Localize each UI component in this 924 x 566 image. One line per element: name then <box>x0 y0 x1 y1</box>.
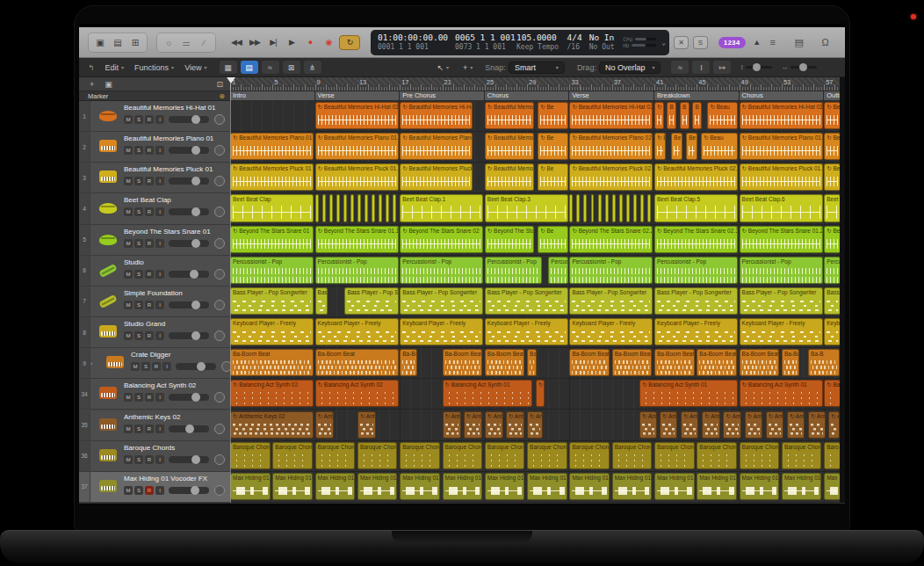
region[interactable]: Baroque Chords <box>443 442 483 469</box>
cancel-toggle-button[interactable]: ✕ <box>674 36 689 49</box>
track-header-row[interactable]: 5Beyond The Stars Snare 01MSRI <box>79 225 230 256</box>
track-i-button[interactable]: I <box>155 424 164 433</box>
pan-knob[interactable] <box>214 269 225 279</box>
vertical-zoom-slider[interactable]: ↕ <box>740 63 772 71</box>
lcd-field-2[interactable]: 105.0000Keep Tempo <box>513 32 564 54</box>
track-s-button[interactable]: S <box>134 331 143 340</box>
track-r-button[interactable]: R <box>145 455 154 464</box>
region[interactable]: Max Hiding 01 V <box>654 473 695 500</box>
arrangement-marker-lane[interactable]: IntroVersePre ChorusChorusVerseBreakdown… <box>230 91 840 101</box>
cycle-button[interactable]: ↻ <box>339 35 360 50</box>
region[interactable]: ↻ Balancing Act Synth 02 <box>315 380 399 407</box>
count-in-button[interactable]: 1234 <box>718 37 746 48</box>
region[interactable]: ↻ Balancing Act Synth 02 <box>230 380 314 407</box>
track-m-button[interactable]: M <box>124 301 133 309</box>
region[interactable]: ↻ Beautiful Memories Piano 02.1 <box>569 133 653 160</box>
region[interactable]: Baroque Chords <box>230 442 271 469</box>
region[interactable]: Baroque Chords <box>272 442 313 469</box>
region[interactable]: Max Hiding 01 V <box>315 473 356 500</box>
region[interactable]: ↻ Anthe <box>506 411 524 439</box>
region[interactable]: ↻ Anthe <box>745 411 762 439</box>
region[interactable]: Ba-Boom Beat <box>569 349 610 376</box>
track-header-row[interactable]: 4Beet Beat ClapMSRI <box>79 193 230 224</box>
lcd-field-3[interactable]: 4/4/16 <box>564 32 586 54</box>
region[interactable]: ↻ Beyond The Stars Snare 01 <box>230 226 314 253</box>
track-i-button[interactable]: I <box>155 301 164 309</box>
pan-knob[interactable] <box>214 424 225 434</box>
pan-knob[interactable] <box>214 145 225 156</box>
region[interactable]: B <box>322 194 326 221</box>
region[interactable]: Baroque Chords <box>740 442 780 469</box>
list-editors-icon[interactable]: ≡ <box>765 35 781 50</box>
region[interactable]: B <box>633 194 637 221</box>
region[interactable]: Baroque Chords <box>400 442 440 469</box>
region[interactable]: B <box>626 194 630 221</box>
region[interactable]: ↻ Anthe <box>660 411 677 439</box>
region[interactable]: B <box>612 194 616 221</box>
back-icon[interactable]: ↰ <box>88 63 95 72</box>
track-i-button[interactable]: I <box>162 362 171 371</box>
region[interactable]: Max <box>824 473 840 500</box>
region[interactable]: B <box>372 194 375 221</box>
volume-slider[interactable] <box>176 363 216 370</box>
track-m-button[interactable]: M <box>131 362 140 371</box>
region[interactable]: ↻ B <box>654 102 664 129</box>
add-marker-icon[interactable]: ⊕ <box>219 92 225 100</box>
region[interactable]: Ba-Boom Beat <box>612 349 653 376</box>
region[interactable]: ↻ Anthe <box>485 411 503 439</box>
region[interactable]: B <box>591 194 595 221</box>
flex-button[interactable]: ⋔ <box>304 61 321 74</box>
solo-toggle-button[interactable]: S <box>693 36 708 49</box>
region[interactable]: Baroque Chords <box>782 442 822 469</box>
region[interactable]: Percussionist - Pop <box>485 257 542 284</box>
pan-knob[interactable] <box>214 330 225 341</box>
region[interactable]: Be <box>671 133 682 160</box>
track-header-row[interactable]: 1Beautiful Memories Hi-Hat 01MSRI <box>79 101 230 132</box>
region[interactable]: Ba-Boom Beat <box>654 349 695 376</box>
track-m-button[interactable]: M <box>124 424 133 433</box>
region[interactable]: Baroque Chords <box>485 442 525 469</box>
pan-knob[interactable] <box>214 454 225 465</box>
region[interactable]: Keyboard Player - Freely <box>485 318 568 345</box>
lcd-field-0[interactable]: 01:00:00:00.000001 1 1 001 <box>374 32 451 54</box>
region[interactable]: Ba-Boom Beat <box>315 349 399 376</box>
region[interactable]: ↻ Beauti <box>824 102 840 129</box>
track-s-button[interactable]: S <box>141 362 150 371</box>
region[interactable]: Max Hiding 01 V <box>740 473 780 500</box>
region[interactable]: Bass Player - Pop Songwriter <box>740 287 823 315</box>
region[interactable]: ↻ Beautiful Memories Piano 01.2 <box>740 133 823 160</box>
duplicate-track-button[interactable]: ▣ <box>105 80 112 89</box>
region[interactable]: Max Hiding 01 V <box>443 473 483 500</box>
track-s-button[interactable]: S <box>134 301 143 309</box>
region[interactable]: ↻ Bal <box>824 380 840 407</box>
region[interactable]: Percussionist - Pop <box>230 257 314 284</box>
region[interactable]: Baroque Chords <box>612 442 653 469</box>
region[interactable]: Baroque Chords <box>357 442 398 469</box>
region[interactable]: ↻ Beautiful Memories Hi-Hat 02 <box>400 102 473 129</box>
region[interactable]: Ba-Boom <box>782 349 799 376</box>
track-i-button[interactable]: I <box>155 331 164 340</box>
region[interactable]: ↻ Balancing Act Synth 01 <box>443 380 532 407</box>
volume-slider[interactable] <box>169 208 209 215</box>
region[interactable]: B <box>379 194 382 221</box>
track-header-row[interactable]: 6StudioMSRI <box>79 256 230 287</box>
track-m-button[interactable]: M <box>124 486 133 495</box>
goto-end-button[interactable]: ▶| <box>265 35 281 50</box>
panel-toggle-icon[interactable]: ⊡ <box>216 80 223 89</box>
volume-slider[interactable] <box>169 332 209 339</box>
section-marker[interactable]: Verse <box>569 91 653 100</box>
region[interactable]: ↻ Beautiful Memories Pluck 02.1 <box>485 163 534 191</box>
region[interactable]: ↻ Beautiful Memories Pluck 02 <box>400 163 473 191</box>
region[interactable]: ↻ Beautiful Memories Piano 01.1 <box>315 133 399 160</box>
region[interactable]: ↻ Beau <box>707 102 738 129</box>
volume-slider[interactable] <box>169 116 209 123</box>
track-i-button[interactable]: I <box>155 146 164 155</box>
secondary-tool-button[interactable]: +▾ <box>463 63 473 72</box>
region[interactable]: ↻ Beautiful Memories Pluck 02.3 <box>654 163 738 191</box>
section-marker[interactable]: Breakdown <box>654 91 739 100</box>
region[interactable]: ↻ Anthemic Keys 02 <box>230 411 314 439</box>
region[interactable]: ↻ Beautiful Memories Hi-Hat 02.1 <box>485 102 534 129</box>
region[interactable]: Percus <box>548 257 568 284</box>
region[interactable]: Max Hiding 01 V <box>697 473 737 500</box>
toggle-library-icon[interactable]: ▣ <box>92 35 108 50</box>
